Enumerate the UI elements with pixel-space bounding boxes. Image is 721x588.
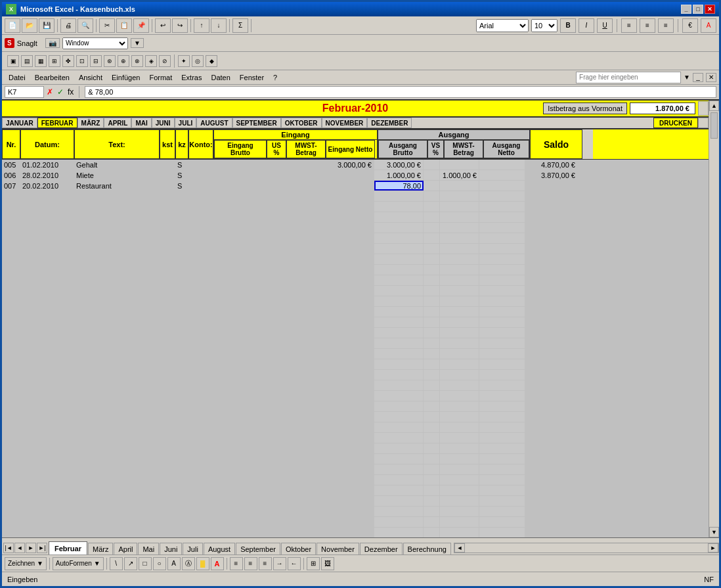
fill-color-btn[interactable]: ▓ <box>196 557 209 570</box>
nav-september[interactable]: SEPTEMBER <box>232 118 281 128</box>
align-right[interactable]: ≡ <box>658 18 674 33</box>
sort-desc[interactable]: ↓ <box>211 18 227 33</box>
nav-mai[interactable]: MAI <box>131 118 151 128</box>
snagit-window-select[interactable]: Window <box>62 37 128 49</box>
font-color-btn[interactable]: A <box>211 557 224 570</box>
sheet-nav-next[interactable]: ► <box>26 543 36 553</box>
italic-button[interactable]: I <box>579 18 594 33</box>
format-btn-5[interactable]: ✤ <box>62 55 74 67</box>
format-btn-1[interactable]: ▣ <box>7 55 19 67</box>
font-size-select[interactable]: 10 <box>531 19 557 32</box>
formula-input[interactable] <box>85 86 716 98</box>
snagit-go[interactable]: ▼ <box>131 38 144 48</box>
snagit-icon[interactable]: 📷 <box>45 38 60 48</box>
menu-bearbeiten[interactable]: Bearbeiten <box>31 72 74 83</box>
nav-august[interactable]: AUGUST <box>196 118 232 128</box>
font-name-select[interactable]: Arial <box>476 19 529 32</box>
nav-januar[interactable]: JANUAR <box>2 118 37 128</box>
window-restore[interactable]: _ <box>693 73 703 82</box>
clipart-tool[interactable]: 🖼 <box>321 557 334 570</box>
scroll-down-button[interactable]: ▼ <box>709 527 719 537</box>
minimize-button[interactable]: _ <box>681 5 691 14</box>
textbox-tool[interactable]: A <box>167 557 181 570</box>
new-button[interactable]: 📄 <box>5 18 20 33</box>
sheet-tab-dezember[interactable]: Dezember <box>360 543 403 554</box>
sheet-tab-november[interactable]: November <box>317 543 359 554</box>
sheet-tab-mai[interactable]: Mai <box>138 543 159 554</box>
help-search-btn[interactable]: ▼ <box>684 74 690 81</box>
maximize-button[interactable]: □ <box>693 5 703 14</box>
print-preview[interactable]: 🔍 <box>77 18 93 33</box>
arrow-tool[interactable]: ↗ <box>124 557 137 570</box>
font-color[interactable]: A <box>701 18 716 33</box>
align-left-draw[interactable]: ≡ <box>230 557 243 570</box>
nav-oktober[interactable]: OKTOBER <box>281 118 322 128</box>
bold-button[interactable]: B <box>560 18 576 33</box>
nav-juli[interactable]: JULI <box>175 118 197 128</box>
menu-fenster[interactable]: Fenster <box>236 72 268 83</box>
format-btn-13[interactable]: ✦ <box>178 55 190 67</box>
menu-help[interactable]: ? <box>269 72 281 83</box>
menu-extras[interactable]: Extras <box>177 72 206 83</box>
nav-februar[interactable]: FEBRUAR <box>37 118 77 128</box>
cell-reference-input[interactable] <box>5 86 44 98</box>
sheet-nav-prev[interactable]: ◄ <box>14 543 25 553</box>
h-scroll-left[interactable]: ◄ <box>454 543 465 553</box>
redo-button[interactable]: ↪ <box>172 18 188 33</box>
menu-datei[interactable]: Datei <box>5 72 30 83</box>
sheet-tab-april[interactable]: April <box>114 543 137 554</box>
format-btn-2[interactable]: ▤ <box>21 55 33 67</box>
sheet-tab-juni[interactable]: Juni <box>160 543 182 554</box>
print-button[interactable]: 🖨 <box>60 18 76 33</box>
sheet-tab-august[interactable]: August <box>204 543 235 554</box>
nav-juni[interactable]: JUNI <box>152 118 175 128</box>
undo-button[interactable]: ↩ <box>155 18 171 33</box>
wordart-tool[interactable]: Ⓐ <box>182 557 195 570</box>
h-scroll-right[interactable]: ► <box>708 543 718 553</box>
sort-asc[interactable]: ↑ <box>194 18 209 33</box>
currency-button[interactable]: € <box>682 18 698 33</box>
sheet-tab-september[interactable]: September <box>236 543 280 554</box>
paste-button[interactable]: 📌 <box>133 18 149 33</box>
sheet-nav-first[interactable]: |◄ <box>3 543 14 553</box>
horizontal-scrollbar[interactable]: ◄ ► <box>454 543 719 553</box>
sheet-tab-maerz[interactable]: März <box>88 543 113 554</box>
autoformen-btn[interactable]: AutoFormen ▼ <box>53 557 104 570</box>
open-button[interactable]: 📂 <box>22 18 37 33</box>
format-btn-11[interactable]: ◈ <box>145 55 157 67</box>
window-close2[interactable]: ✕ <box>706 73 716 82</box>
indent-more[interactable]: → <box>273 557 286 570</box>
sheet-nav-last[interactable]: ►| <box>37 543 47 553</box>
align-center-draw[interactable]: ≡ <box>244 557 257 570</box>
format-btn-8[interactable]: ⊛ <box>104 55 116 67</box>
menu-ansicht[interactable]: Ansicht <box>75 72 106 83</box>
scroll-up-button[interactable]: ▲ <box>709 101 719 111</box>
format-btn-6[interactable]: ⊡ <box>76 55 88 67</box>
nav-dezember[interactable]: DEZEMBER <box>367 118 412 128</box>
nav-april[interactable]: APRIL <box>104 118 131 128</box>
sheet-tab-berechnung[interactable]: Berechnung <box>403 543 451 554</box>
close-button[interactable]: ✕ <box>705 5 715 14</box>
align-right-draw[interactable]: ≡ <box>259 557 272 570</box>
nav-maerz[interactable]: MÄRZ <box>77 118 104 128</box>
format-btn-7[interactable]: ⊟ <box>90 55 102 67</box>
oval-tool[interactable]: ○ <box>153 557 166 570</box>
cut-button[interactable]: ✂ <box>99 18 115 33</box>
rect-tool[interactable]: □ <box>139 557 152 570</box>
drucken-button[interactable]: DRUCKEN <box>653 118 698 128</box>
confirm-icon[interactable]: ✓ <box>57 87 64 97</box>
nav-november[interactable]: NOVEMBER <box>322 118 368 128</box>
vertical-scrollbar[interactable]: ▲ ▼ <box>709 101 719 537</box>
scroll-thumb[interactable] <box>710 112 718 139</box>
help-search-input[interactable] <box>576 72 681 83</box>
table-tool[interactable]: ⊞ <box>307 557 320 570</box>
format-btn-15[interactable]: ◆ <box>206 55 217 67</box>
format-btn-9[interactable]: ⊕ <box>118 55 129 67</box>
format-btn-12[interactable]: ⊘ <box>159 55 171 67</box>
save-button[interactable]: 💾 <box>39 18 55 33</box>
line-tool[interactable]: \ <box>110 557 123 570</box>
sheet-tab-februar[interactable]: Februar <box>49 541 87 554</box>
format-btn-4[interactable]: ⊞ <box>49 55 60 67</box>
sheet-tab-oktober[interactable]: Oktober <box>281 543 316 554</box>
menu-format[interactable]: Format <box>145 72 176 83</box>
